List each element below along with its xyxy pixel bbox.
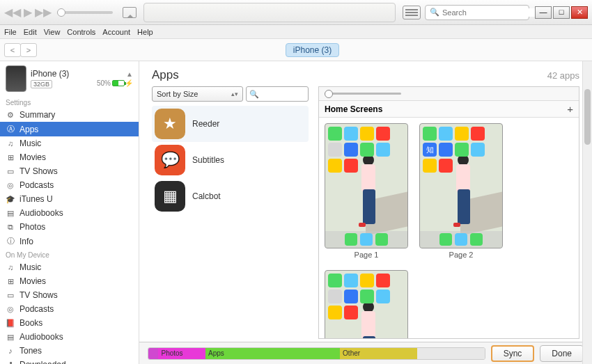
device-pill[interactable]: iPhone (3) [286,43,339,57]
menu-help[interactable]: Help [137,28,153,36]
play-icon[interactable]: ▶ [24,6,32,19]
app-count: 42 apps [547,70,579,81]
lcd-display [143,3,396,22]
sidebar-item-photos[interactable]: ⧉Photos [0,220,139,234]
menu-file[interactable]: File [4,28,17,36]
page-label: Page 1 [325,251,408,259]
home-screen-page[interactable]: 知Page 2 [419,123,503,259]
sidebar-item-label: Books [20,318,42,328]
scrollbar-thumb[interactable] [584,89,591,145]
sidebar-item-audiobooks[interactable]: ▤Audiobooks [0,330,139,344]
done-button[interactable]: Done [540,345,584,362]
volume-slider[interactable] [57,11,113,14]
sidebar-item-downloaded[interactable]: ⬇Downloaded [0,358,139,364]
sidebar-item-label: TV Shows [20,166,58,176]
sidebar-item-summary[interactable]: ⚙Summary [0,108,139,122]
sidebar-item-label: Downloaded [20,360,66,364]
app-icon: ▦ [155,181,185,212]
sync-button[interactable]: Sync [491,345,535,362]
app-row-reeder[interactable]: ★Reeder [152,106,309,142]
device-header[interactable]: iPhone (3) 32GB ▲ 50%⚡ [0,61,139,96]
audiobooks-icon: ▤ [6,333,15,342]
movies-icon: ⊞ [6,153,15,162]
maximize-button[interactable]: □ [553,6,570,19]
app-name: Reeder [192,119,219,129]
main-panel: Apps 42 apps Sort by Size ▴▾ 🔍 ★Reeder💬S… [139,61,592,364]
battery-percent: 50% [97,79,111,87]
sidebar-item-label: Movies [20,276,46,286]
sidebar-item-music[interactable]: ♫Music [0,136,139,150]
podcasts-icon: ◎ [6,181,15,190]
nav-row: < > iPhone (3) [0,39,592,61]
sidebar-item-books[interactable]: 📕Books [0,316,139,330]
sidebar-item-podcasts[interactable]: ◎Podcasts [0,178,139,192]
section-settings: Settings [0,96,139,108]
sidebar: iPhone (3) 32GB ▲ 50%⚡ Settings ⚙Summary… [0,61,139,364]
menu-account[interactable]: Account [102,28,130,36]
storage-bar: PhotosAppsOther [148,347,485,360]
next-icon[interactable]: ▶▶ [35,6,52,19]
search-input[interactable]: 🔍 [425,5,529,20]
sidebar-item-tv-shows[interactable]: ▭TV Shows [0,288,139,302]
sidebar-item-label: Podcasts [20,304,54,314]
chevron-updown-icon: ▴▾ [231,90,238,97]
playback-controls: ◀◀ ▶ ▶▶ [4,6,52,19]
menu-view[interactable]: View [44,28,61,36]
list-view-icon[interactable] [403,6,421,19]
sidebar-item-label: Podcasts [20,180,54,190]
summary-icon: ⚙ [6,111,15,120]
sidebar-item-tones[interactable]: ♪Tones [0,344,139,358]
forward-button[interactable]: > [20,43,37,57]
app-search-input[interactable]: 🔍 [246,86,309,102]
storage-segment [148,348,158,359]
page-label: Page 2 [419,251,503,259]
photos-icon: ⧉ [6,223,15,232]
minimize-button[interactable]: — [535,6,552,19]
sidebar-item-movies[interactable]: ⊞Movies [0,150,139,164]
sort-dropdown[interactable]: Sort by Size ▴▾ [152,86,243,102]
titlebar: ◀◀ ▶ ▶▶ 🔍 — □ ✕ [0,0,592,25]
add-page-button[interactable]: + [567,103,573,115]
app-icon: 💬 [155,145,185,175]
sidebar-item-label: Music [20,262,41,272]
home-screen-page[interactable] [325,270,408,338]
sidebar-item-label: Tones [20,346,42,356]
zoom-slider[interactable] [325,93,401,95]
app-row-calcbot[interactable]: ▦Calcbot [152,178,309,214]
battery-icon [112,80,125,86]
sidebar-item-audiobooks[interactable]: ▤Audiobooks [0,206,139,220]
sidebar-item-itunes-u[interactable]: 🎓iTunes U [0,192,139,206]
sort-label: Sort by Size [157,90,198,98]
sidebar-item-label: Summary [20,110,55,120]
sidebar-item-label: iTunes U [20,194,53,204]
sidebar-item-apps[interactable]: ⒶApps [0,122,139,136]
bottom-bar: PhotosAppsOther Sync Done [139,342,592,364]
podcasts-icon: ◎ [6,305,15,314]
sidebar-item-label: Info [20,237,33,246]
itunes-u-icon: 🎓 [6,195,15,204]
tones-icon: ♪ [6,347,15,355]
music-icon: ♫ [6,139,15,148]
close-button[interactable]: ✕ [571,6,588,19]
app-row-subtitles[interactable]: 💬Subtitles [152,142,309,178]
books-icon: 📕 [6,319,15,328]
airplay-icon[interactable] [123,7,137,18]
search-field[interactable] [442,8,538,17]
scrollbar[interactable] [582,61,592,364]
prev-icon[interactable]: ◀◀ [4,6,21,19]
storage-segment [417,348,485,359]
menu-controls[interactable]: Controls [67,28,95,36]
menu-edit[interactable]: Edit [24,28,37,36]
sidebar-item-info[interactable]: ⓘInfo [0,234,139,248]
sidebar-item-podcasts[interactable]: ◎Podcasts [0,302,139,316]
sidebar-item-music[interactable]: ♫Music [0,260,139,274]
sidebar-item-label: Audiobooks [20,208,63,218]
back-button[interactable]: < [4,43,21,57]
sidebar-item-movies[interactable]: ⊞Movies [0,274,139,288]
sidebar-item-tv-shows[interactable]: ▭TV Shows [0,164,139,178]
window-controls: — □ ✕ [535,6,588,19]
storage-segment-other: Other [340,348,417,359]
home-screen-page[interactable]: Page 1 [325,123,408,259]
sidebar-item-label: Movies [20,152,46,162]
audiobooks-icon: ▤ [6,209,15,218]
